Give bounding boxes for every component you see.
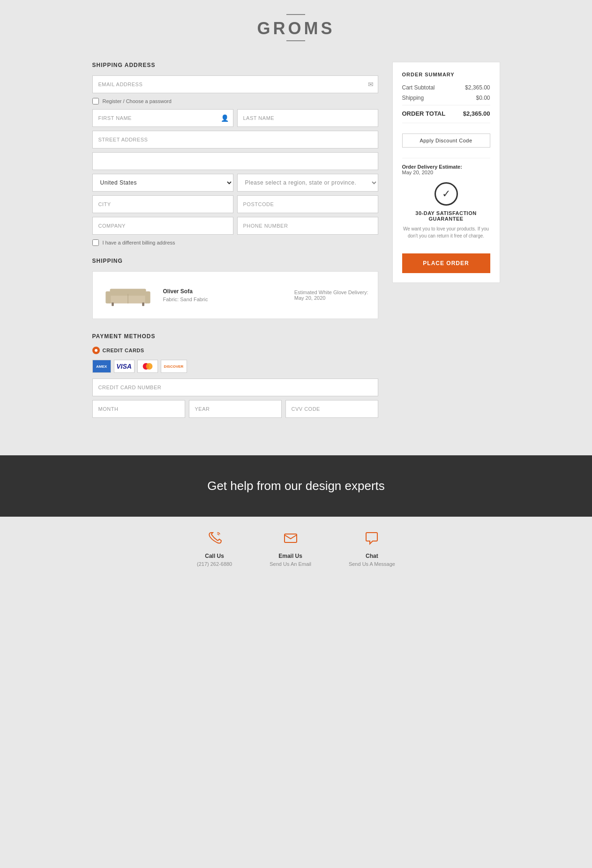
phone-icon <box>197 531 232 549</box>
chat-sub: Send Us A Message <box>349 561 395 567</box>
site-header: GROMS <box>0 0 592 52</box>
cc-number-input[interactable] <box>92 378 378 396</box>
city-input[interactable] <box>92 195 233 213</box>
summary-divider-2 <box>402 158 490 158</box>
check-circle: ✓ <box>435 182 458 206</box>
card-icons-row: AMEX VISA DISCOVER <box>92 360 378 373</box>
main-content: SHIPPING ADDRESS ✉ Register / Choose a p… <box>85 52 507 427</box>
logo-text: GROMS <box>257 19 335 38</box>
company-phone-row <box>92 217 378 235</box>
apply-discount-section: Apply Discount Code <box>402 129 490 152</box>
state-select[interactable]: Please select a region, state or provinc… <box>237 174 378 192</box>
cc-fields <box>92 378 378 418</box>
order-total-label: ORDER TOTAL <box>402 110 446 117</box>
contact-call: Call Us (217) 262-6880 <box>197 531 232 567</box>
first-name-input[interactable] <box>92 109 233 127</box>
shipping-product-box: Oliver Sofa Fabric: Sand Fabric Estimate… <box>92 271 378 319</box>
delivery-info: Estimated White Glove Delivery: May 20, … <box>294 289 368 301</box>
apply-discount-button[interactable]: Apply Discount Code <box>402 134 490 148</box>
email-icon: ✉ <box>368 81 374 88</box>
place-order-button[interactable]: PLACE ORDER <box>402 253 490 273</box>
register-checkbox[interactable] <box>92 98 99 104</box>
amex-icon: AMEX <box>92 360 111 373</box>
order-total-row: ORDER TOTAL $2,365.00 <box>402 105 490 117</box>
register-label[interactable]: Register / Choose a password <box>103 98 172 104</box>
credit-card-radio[interactable] <box>92 347 100 354</box>
billing-checkbox-wrap: I have a different billing address <box>92 239 378 246</box>
chat-icon <box>349 531 395 549</box>
country-select[interactable]: United States <box>92 174 233 192</box>
address2-group <box>92 152 378 170</box>
order-total-value: $2,365.00 <box>463 110 490 117</box>
company-input[interactable] <box>92 217 233 235</box>
cc-year-input[interactable] <box>189 400 282 418</box>
shipping-address-title: SHIPPING ADDRESS <box>92 62 378 68</box>
email-input[interactable] <box>92 75 378 93</box>
email-contact-title: Email Us <box>270 553 311 559</box>
sofa-svg <box>102 281 154 309</box>
delivery-date: May 20, 2020 <box>294 295 368 301</box>
street-address-group <box>92 131 378 148</box>
country-state-row: United States Please select a region, st… <box>92 174 378 192</box>
register-checkbox-wrap: Register / Choose a password <box>92 98 378 104</box>
cc-date-cvv-row <box>92 400 378 418</box>
logo-line-bottom <box>286 40 305 41</box>
email-contact-sub: Send Us An Email <box>270 561 311 567</box>
cart-subtotal-label: Cart Subtotal <box>402 84 435 91</box>
right-column: ORDER SUMMARY Cart Subtotal $2,365.00 Sh… <box>392 62 500 283</box>
cart-subtotal-row: Cart Subtotal $2,365.00 <box>402 84 490 91</box>
street-address-input[interactable] <box>92 131 378 148</box>
billing-checkbox[interactable] <box>92 239 99 246</box>
payment-title: PAYMENT METHODS <box>92 333 378 340</box>
postcode-input[interactable] <box>237 195 378 213</box>
cc-cvv-input[interactable] <box>285 400 378 418</box>
contact-footer: Call Us (217) 262-6880 Email Us Send Us … <box>0 517 592 581</box>
credit-card-label: CREDIT CARDS <box>103 348 144 353</box>
cc-month-input[interactable] <box>92 400 185 418</box>
country-group: United States <box>92 174 233 192</box>
shipping-row: Shipping $0.00 <box>402 95 490 101</box>
delivery-estimate-section: Order Delivery Estimate: May 20, 2020 <box>402 164 490 175</box>
shipping-title: SHIPPING <box>92 258 378 264</box>
state-group: Please select a region, state or provinc… <box>237 174 378 192</box>
address2-input[interactable] <box>92 152 378 170</box>
logo-decoration <box>257 14 335 17</box>
delivery-estimate-label: Order Delivery Estimate: <box>402 164 462 170</box>
person-icon: 👤 <box>221 114 229 122</box>
visa-icon: VISA <box>114 360 135 373</box>
mastercard-icon <box>137 360 158 373</box>
guarantee-section: ✓ 30-DAY SATISFACTION GUARANTEE We want … <box>402 182 490 239</box>
logo: GROMS <box>257 14 335 43</box>
product-fabric: Fabric: Sand Fabric <box>163 297 285 302</box>
summary-divider <box>402 123 490 123</box>
logo-decoration-bottom <box>257 38 335 41</box>
svg-point-8 <box>146 363 152 370</box>
logo-line-top <box>286 14 305 15</box>
last-name-input[interactable] <box>237 109 378 127</box>
email-contact-icon <box>270 531 311 549</box>
svg-rect-2 <box>105 291 111 304</box>
svg-rect-3 <box>145 291 150 304</box>
delivery-label: Estimated White Glove Delivery: <box>294 289 368 295</box>
shipping-section: SHIPPING <box>92 258 378 319</box>
phone-group <box>237 217 378 235</box>
payment-section: PAYMENT METHODS CREDIT CARDS AMEX VISA D… <box>92 333 378 418</box>
billing-label[interactable]: I have a different billing address <box>103 240 175 245</box>
phone-input[interactable] <box>237 217 378 235</box>
guarantee-title: 30-DAY SATISFACTION GUARANTEE <box>402 210 490 222</box>
company-group <box>92 217 233 235</box>
contact-chat: Chat Send Us A Message <box>349 531 395 567</box>
last-name-group <box>237 109 378 127</box>
help-title: Get help from our design experts <box>9 479 583 493</box>
email-field-group: ✉ <box>92 75 378 93</box>
help-section: Get help from our design experts <box>0 455 592 517</box>
svg-rect-5 <box>112 303 114 306</box>
radio-inner <box>95 349 97 352</box>
name-row: 👤 <box>92 109 378 127</box>
svg-rect-6 <box>142 303 144 306</box>
guarantee-text: We want you to love your products. If yo… <box>402 225 490 239</box>
left-column: SHIPPING ADDRESS ✉ Register / Choose a p… <box>92 62 378 418</box>
shipping-label: Shipping <box>402 95 424 101</box>
order-summary-box: ORDER SUMMARY Cart Subtotal $2,365.00 Sh… <box>392 62 500 283</box>
delivery-estimate-date: May 20, 2020 <box>402 170 434 175</box>
